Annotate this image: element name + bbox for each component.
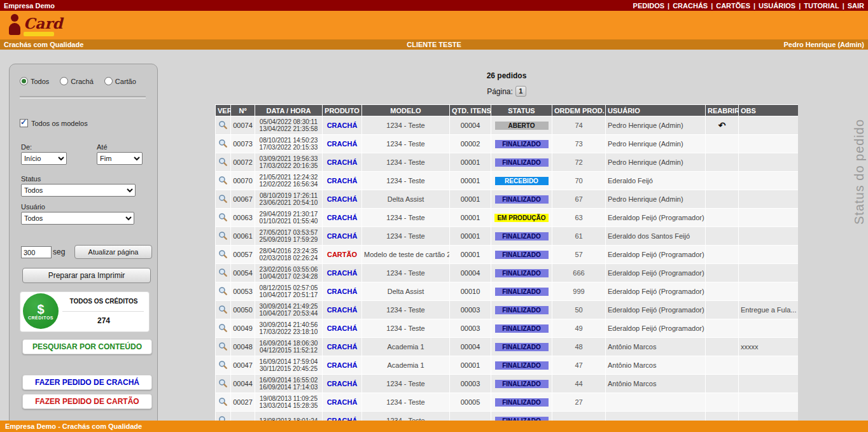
product-type: CRACHÁ <box>323 116 362 135</box>
date-to-label: Até <box>97 143 108 151</box>
logo[interactable]: Card <box>8 13 62 36</box>
order-dates: 08/10/2021 14:50:2317/03/2022 20:15:33 <box>255 135 323 153</box>
column-header: QTD. ITENS <box>450 105 491 116</box>
production-order: 63 <box>552 209 606 227</box>
all-models-checkbox[interactable]: Todos os modelos <box>20 119 88 127</box>
magnifier-icon <box>218 213 228 222</box>
order-number <box>231 412 255 421</box>
order-dates: 27/05/2017 03:53:5725/09/2019 17:59:29 <box>255 227 323 246</box>
date-from-select[interactable]: Início <box>21 152 67 165</box>
order-dates: 16/09/2014 17:59:0430/11/2015 20:45:25 <box>255 356 323 375</box>
status-cell: FINALIZADO <box>491 338 552 356</box>
status-filter-select[interactable]: Todos <box>21 184 136 197</box>
view-order-button[interactable] <box>218 249 228 260</box>
refresh-page-button[interactable]: Atualizar página <box>74 245 152 259</box>
view-order-button[interactable] <box>218 379 228 389</box>
order-user: Ederaldop Feijó (Programador) <box>606 319 706 338</box>
order-number: 00063 <box>231 209 255 227</box>
magnifier-icon <box>218 268 228 277</box>
view-order-button[interactable] <box>218 360 228 371</box>
view-cell <box>216 190 231 209</box>
magnifier-icon <box>218 249 228 259</box>
order-number: 00061 <box>231 227 255 246</box>
item-quantity: 00002 <box>450 135 491 153</box>
table-row: 0006708/10/2019 17:26:1123/06/2021 20:54… <box>216 190 799 209</box>
view-order-button[interactable] <box>218 120 228 131</box>
order-cartao-button[interactable]: FAZER PEDIDO DE CARTÃO <box>22 394 152 409</box>
column-header: Nº <box>231 105 255 116</box>
prepare-print-button[interactable]: Preparar para Imprimir <box>22 268 151 283</box>
view-order-button[interactable] <box>218 305 228 316</box>
credits-divider <box>62 311 144 312</box>
orders-table-wrap: VERNºDATA / HORAPRODUTOMODELOQTD. ITENSS… <box>215 104 798 421</box>
order-number: 00047 <box>231 356 255 375</box>
user-filter-select[interactable]: Todos <box>21 212 134 225</box>
view-order-button[interactable] <box>218 323 228 334</box>
model-name: 1234 - Teste <box>362 209 450 227</box>
view-order-button[interactable] <box>218 139 228 150</box>
model-name: 1234 - Teste <box>362 227 450 246</box>
view-order-button[interactable] <box>218 268 228 279</box>
reopen-cell <box>706 190 739 209</box>
production-order: 74 <box>552 116 606 135</box>
nav-item[interactable]: CRACHÁS <box>673 2 708 10</box>
search-content-button[interactable]: PESQUISAR POR CONTEÚDO <box>22 339 152 354</box>
radio-cartao[interactable]: Cartão <box>104 77 136 85</box>
order-cracha-button[interactable]: FAZER PEDIDO DE CRACHÁ <box>22 375 152 390</box>
view-order-button[interactable] <box>218 415 228 421</box>
view-cell <box>216 246 231 264</box>
status-badge: FINALIZADO <box>495 324 549 333</box>
radio-cracha[interactable]: Crachá <box>60 77 93 85</box>
column-header: DATA / HORA <box>255 105 323 116</box>
model-name: 1234 - Teste <box>362 412 450 421</box>
status-badge: FINALIZADO <box>495 343 549 351</box>
view-order-button[interactable] <box>218 157 228 168</box>
order-user: Ederaldo Feijó <box>606 172 706 190</box>
date-to-select[interactable]: Fim <box>97 152 143 165</box>
page-label: Página: <box>487 87 513 96</box>
view-order-button[interactable] <box>218 342 228 352</box>
nav-item[interactable]: TUTORIAL <box>804 2 839 10</box>
radio-selected-icon <box>20 77 28 85</box>
view-order-button[interactable] <box>218 194 228 205</box>
client-name: CLIENTE TESTE <box>195 41 673 48</box>
production-order <box>552 412 606 421</box>
footer-text: Empresa Demo - Crachás com Qualidade <box>5 422 142 430</box>
nav-separator: | <box>711 2 713 10</box>
product-type: CRACHÁ <box>323 135 362 153</box>
view-cell <box>216 209 231 227</box>
item-quantity: 00004 <box>450 264 491 282</box>
status-badge: ABERTO <box>495 122 549 130</box>
status-cell: FINALIZADO <box>491 246 552 264</box>
product-type: CRACHÁ <box>323 393 362 412</box>
table-row: 0007203/09/2021 19:56:3317/03/2022 20:16… <box>216 153 799 172</box>
credits-badge-label: CRÉDITOS <box>28 316 53 320</box>
nav-item[interactable]: SAIR <box>848 2 864 10</box>
product-type: CRACHÁ <box>323 412 362 421</box>
item-quantity: 00003 <box>450 301 491 319</box>
view-order-button[interactable] <box>218 397 228 408</box>
top-bar: Empresa Demo PEDIDOS|CRACHÁS|CARTÕES|USU… <box>0 0 868 11</box>
status-cell: FINALIZADO <box>491 227 552 246</box>
status-cell: FINALIZADO <box>491 190 552 209</box>
nav-item[interactable]: PEDIDOS <box>633 2 665 10</box>
view-order-button[interactable] <box>218 213 228 223</box>
table-row: 0005423/02/2016 03:55:0610/04/2017 02:34… <box>216 264 799 282</box>
table-row: 0005728/04/2016 23:24:3502/03/2018 02:26… <box>216 246 799 264</box>
nav-item[interactable]: CARTÕES <box>716 2 750 10</box>
page-number-button[interactable]: 1 <box>515 86 526 97</box>
view-order-button[interactable] <box>218 231 228 242</box>
undo-arrow-icon[interactable]: ↶ <box>718 120 726 130</box>
view-order-button[interactable] <box>218 286 228 297</box>
order-obs <box>739 153 799 172</box>
reopen-cell <box>706 153 739 172</box>
refresh-seconds-input[interactable] <box>21 246 52 258</box>
order-status-side-label: Status do pedido <box>852 101 867 225</box>
nav-item[interactable]: USUÁRIOS <box>759 2 795 10</box>
status-cell: EM PRODUÇÃO <box>491 209 552 227</box>
status-badge: FINALIZADO <box>495 380 549 388</box>
sub-header: Crachás com Qualidade CLIENTE TESTE Pedr… <box>0 39 868 50</box>
view-order-button[interactable] <box>218 176 228 186</box>
radio-todos[interactable]: Todos <box>20 77 49 85</box>
status-badge: FINALIZADO <box>495 158 549 167</box>
